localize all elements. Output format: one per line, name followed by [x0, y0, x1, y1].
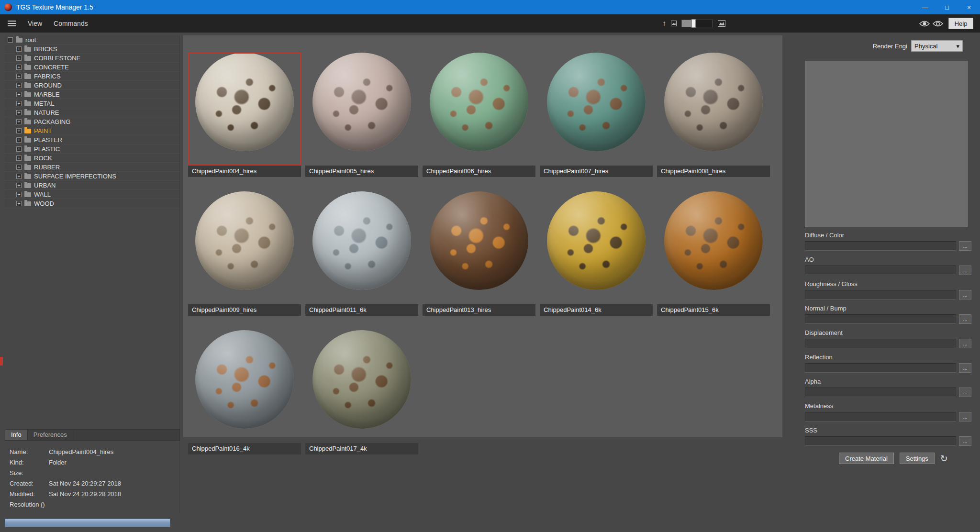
expander-icon[interactable]: +	[16, 110, 22, 115]
texture-tile[interactable]: ChippedPaint006_hires	[423, 46, 535, 177]
tree-folder-item[interactable]: + SURFACE IMPERFECTIONS	[5, 172, 179, 181]
help-button[interactable]: Help	[948, 18, 973, 29]
expander-icon[interactable]: +	[16, 192, 22, 197]
texture-tile[interactable]: ChippedPaint011_6k	[305, 185, 418, 316]
tree-folder-item[interactable]: + RUBBER	[5, 163, 179, 172]
render-engine-select[interactable]: Physical ▾	[911, 40, 963, 52]
browse-button[interactable]: ...	[959, 436, 971, 446]
channel-path-input[interactable]	[805, 314, 956, 324]
texture-thumbnail	[657, 53, 770, 166]
channel-label: Reflection	[805, 354, 971, 362]
tree-folder-item[interactable]: + WOOD	[5, 199, 179, 208]
info-panel-tab[interactable]: Preferences	[28, 430, 73, 440]
expander-icon[interactable]: +	[16, 165, 22, 170]
expander-icon[interactable]: +	[16, 92, 22, 97]
thumbnail-small-icon[interactable]	[671, 21, 677, 26]
texture-tile[interactable]: ChippedPaint008_hires	[657, 46, 770, 177]
browse-button[interactable]: ...	[959, 363, 971, 373]
browse-button[interactable]: ...	[959, 290, 971, 299]
menu-item[interactable]: View	[28, 20, 42, 27]
slider-thumb[interactable]	[691, 19, 696, 28]
expander-icon[interactable]: +	[16, 83, 22, 88]
channel-path-input[interactable]	[805, 339, 956, 348]
tree-folder-item[interactable]: + FABRICS	[5, 72, 179, 81]
expander-icon[interactable]: +	[16, 155, 22, 161]
expander-icon[interactable]: +	[16, 74, 22, 79]
expander-icon[interactable]: +	[16, 137, 22, 143]
go-up-icon[interactable]: ↑	[662, 20, 666, 27]
expander-icon[interactable]: +	[16, 65, 22, 70]
channel-path-input[interactable]	[805, 241, 956, 251]
texture-tile[interactable]: ChippedPaint014_6k	[540, 185, 653, 316]
browse-button[interactable]: ...	[959, 339, 971, 348]
tree-folder-item[interactable]: + PACKAGING	[5, 117, 179, 126]
expander-icon[interactable]: +	[16, 201, 22, 206]
texture-tile[interactable]: ChippedPaint017_4k	[305, 323, 418, 454]
tree-folder-item[interactable]: + PLASTER	[5, 135, 179, 144]
tree-folder-item[interactable]: + PAINT	[5, 126, 179, 135]
expander-icon[interactable]: +	[16, 146, 22, 152]
expander-icon[interactable]: +	[16, 55, 22, 61]
thumbnail-size-slider[interactable]	[681, 20, 713, 27]
expander-icon[interactable]: +	[16, 46, 22, 52]
texture-tile[interactable]: ChippedPaint015_6k	[657, 185, 770, 316]
channel-path-input[interactable]	[805, 290, 956, 299]
tree-folder-item[interactable]: + URBAN	[5, 181, 179, 190]
expander-icon[interactable]: +	[16, 119, 22, 124]
tree-folder-item[interactable]: + WALL	[5, 190, 179, 199]
thumbnail-large-icon[interactable]	[718, 20, 725, 27]
channel-path-input[interactable]	[805, 363, 956, 373]
close-button[interactable]: ×	[958, 0, 980, 14]
info-fields: Name: ChippedPaint004_hires Kind: Folder…	[5, 441, 180, 510]
channel-label: Alpha	[805, 378, 971, 386]
channel-path-input[interactable]	[805, 436, 956, 446]
tree-folder-item[interactable]: + CONCRETE	[5, 63, 179, 72]
info-panel-tab[interactable]: Info	[5, 430, 28, 440]
texture-tile[interactable]: ChippedPaint009_hires	[188, 185, 301, 316]
tree-root-item[interactable]: − root	[5, 35, 179, 44]
texture-sphere-preview	[430, 53, 528, 151]
maximize-button[interactable]: □	[936, 0, 958, 14]
app-icon	[4, 3, 12, 11]
menu-item[interactable]: Commands	[54, 20, 88, 27]
expander-icon[interactable]: +	[16, 183, 22, 188]
tree-folder-item[interactable]: + GROUND	[5, 81, 179, 90]
progress-bar	[5, 519, 170, 527]
tree-folder-item[interactable]: + BRICKS	[5, 44, 179, 54]
texture-tile[interactable]: ChippedPaint005_hires	[305, 46, 418, 177]
browse-button[interactable]: ...	[959, 412, 971, 421]
channel-path-input[interactable]	[805, 412, 956, 421]
expander-icon[interactable]: +	[16, 101, 22, 106]
channel-path-input[interactable]	[805, 266, 956, 275]
expander-icon[interactable]: +	[16, 174, 22, 179]
hamburger-menu-icon[interactable]	[8, 21, 16, 26]
channel-path-input[interactable]	[805, 388, 956, 397]
texture-tile[interactable]: ChippedPaint016_4k	[188, 323, 301, 454]
minimize-button[interactable]: —	[914, 0, 936, 14]
refresh-icon[interactable]: ↻	[940, 454, 948, 463]
tree-folder-item[interactable]: + COBBLESTONE	[5, 54, 179, 63]
create-material-button[interactable]: Create Material	[839, 453, 894, 464]
texture-tile[interactable]: ChippedPaint013_hires	[423, 185, 535, 316]
eye-outline-icon[interactable]	[932, 20, 944, 27]
tree-folder-item[interactable]: + ROCK	[5, 154, 179, 163]
tree-folder-item[interactable]: + PLASTIC	[5, 144, 179, 154]
tree-folder-item[interactable]: + MARBLE	[5, 90, 179, 99]
expander-icon[interactable]: +	[16, 128, 22, 133]
info-field-label: Created:	[10, 480, 49, 487]
texture-tile[interactable]: ChippedPaint004_hires	[188, 46, 301, 177]
settings-button[interactable]: Settings	[900, 453, 935, 464]
expander-icon[interactable]: −	[8, 37, 13, 43]
info-field-row: Resolution ()	[10, 499, 180, 510]
channel-label: Displacement	[805, 329, 971, 337]
browse-button[interactable]: ...	[959, 241, 971, 251]
browse-button[interactable]: ...	[959, 388, 971, 397]
texture-name-label: ChippedPaint015_6k	[657, 304, 770, 316]
tree-folder-item[interactable]: + NATURE	[5, 108, 179, 117]
tree-folder-item[interactable]: + METAL	[5, 99, 179, 108]
texture-tile[interactable]: ChippedPaint007_hires	[540, 46, 653, 177]
eye-filled-icon[interactable]	[919, 20, 930, 27]
browse-button[interactable]: ...	[959, 314, 971, 324]
tree-folder-label: WALL	[34, 191, 51, 198]
browse-button[interactable]: ...	[959, 266, 971, 275]
